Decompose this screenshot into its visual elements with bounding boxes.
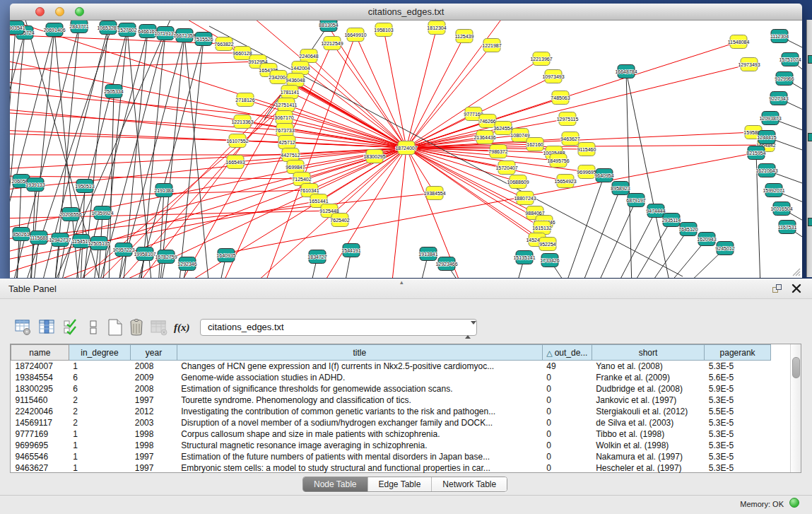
graph-node[interactable]: 2191384	[154, 184, 173, 197]
table-cell[interactable]: Estimation of significance thresholds fo…	[177, 383, 542, 395]
table-row[interactable]: 2242004622012Investigating the contribut…	[11, 406, 791, 417]
table-cell[interactable]: 0	[542, 417, 592, 428]
graph-node[interactable]: 952254	[539, 238, 556, 251]
graph-node[interactable]: 1903541	[10, 21, 25, 35]
graph-node[interactable]: 9474444	[646, 204, 665, 218]
table-cell[interactable]: 1	[69, 440, 131, 451]
row-height-icon[interactable]	[85, 318, 103, 337]
graph-node[interactable]: 15992071	[763, 184, 784, 197]
table-select-combobox[interactable]: citations_edges.txt	[200, 319, 477, 336]
graph-node[interactable]: 1665493	[225, 156, 245, 169]
table-cell[interactable]: 6	[69, 372, 131, 383]
table-cell[interactable]: 6	[69, 383, 131, 395]
table-cell[interactable]: 1998	[131, 440, 177, 451]
table-cell[interactable]: 0	[542, 440, 592, 451]
table-cell[interactable]: Franke et al. (2009)	[592, 372, 705, 383]
graph-node[interactable]: 7663822	[214, 37, 233, 51]
graph-node[interactable]: 7485063	[551, 91, 570, 105]
table-cell[interactable]: 1997	[131, 462, 177, 474]
graph-node[interactable]: 1834727	[307, 250, 326, 264]
graph-node[interactable]: 1781141	[281, 86, 300, 99]
table-cell[interactable]: 1	[69, 451, 131, 462]
table-cell[interactable]: 22420046	[11, 406, 69, 417]
graph-node[interactable]: 7625402	[330, 214, 349, 227]
graph-node[interactable]: 4427512	[281, 148, 300, 162]
table-cell[interactable]: 0	[542, 395, 592, 406]
graph-node[interactable]: 1913841	[418, 247, 437, 261]
table-cell[interactable]: 1	[69, 462, 131, 474]
graph-node[interactable]: 16649910	[344, 28, 366, 42]
table-cell[interactable]: de Silva et al. (2003)	[592, 417, 705, 428]
table-cell[interactable]: 19384554	[11, 372, 69, 383]
graph-node[interactable]: 9129966	[775, 72, 794, 86]
graph-node[interactable]: 1442004	[290, 62, 310, 75]
table-row[interactable]: 946554611997Estimation of the future num…	[11, 451, 791, 462]
tab-edge-table[interactable]: Edge Table	[367, 477, 432, 491]
graph-node[interactable]: 20206556	[59, 208, 81, 221]
table-cell[interactable]: Disruption of a novel member of a sodium…	[177, 417, 542, 428]
graph-node[interactable]: 1620943	[697, 233, 716, 246]
table-cell[interactable]: Dudbridge et al. (2008)	[592, 383, 705, 395]
graph-node[interactable]: 12923466	[435, 257, 457, 271]
memory-status-indicator[interactable]	[789, 498, 799, 508]
graph-node[interactable]: 10973493	[542, 70, 564, 83]
table-row[interactable]: 1938455462009Genome-wide association stu…	[11, 372, 791, 383]
graph-node[interactable]: 15720407	[495, 161, 517, 175]
graph-node[interactable]: 7645120	[678, 223, 698, 236]
table-row[interactable]: 969969511998Structural magnetic resonanc…	[11, 440, 791, 451]
graph-node[interactable]: 9436048	[286, 74, 305, 87]
graph-node[interactable]: 15751074	[779, 53, 801, 66]
graph-node[interactable]: 1939133	[25, 178, 45, 192]
graph-node[interactable]: 18724007	[395, 141, 417, 155]
graph-node[interactable]: 2240648	[299, 49, 318, 63]
column-header-name[interactable]: name	[11, 345, 69, 361]
graph-node[interactable]: 10653287	[97, 21, 119, 35]
table-cell[interactable]: 5.3E-5	[705, 395, 770, 406]
graph-node[interactable]: 9227343	[769, 92, 788, 105]
graph-node[interactable]: 9699847	[286, 160, 305, 174]
table-cell[interactable]: 5.3E-5	[705, 361, 770, 373]
graph-node[interactable]: 18300295	[363, 150, 385, 163]
graph-node[interactable]: 2935114	[662, 214, 681, 227]
table-scrollbar[interactable]	[790, 344, 801, 472]
graph-node[interactable]: 425712	[278, 136, 295, 149]
table-cell[interactable]: Tibbo et al. (1998)	[592, 428, 705, 440]
table-cell[interactable]: 2008	[131, 361, 177, 373]
graph-node[interactable]: 8215954	[746, 146, 765, 160]
graph-node[interactable]: 1544191	[341, 244, 360, 257]
graph-node[interactable]: 1615132	[532, 221, 551, 235]
column-header-title[interactable]: title	[177, 345, 542, 361]
table-cell[interactable]: Tourette syndrome. Phenomenology and cla…	[177, 395, 542, 406]
graph-node[interactable]: 18495756	[547, 154, 569, 168]
table-cell[interactable]: 2	[69, 417, 131, 428]
graph-node[interactable]: 15135141	[513, 251, 535, 264]
graph-node[interactable]: 1640935	[216, 249, 235, 262]
graph-node[interactable]: 19958107	[134, 247, 155, 261]
graph-node[interactable]: 162160	[526, 138, 543, 151]
table-cell[interactable]: Hescheler et al. (1997)	[592, 462, 705, 474]
table-cell[interactable]: 5.3E-5	[705, 428, 770, 440]
table-cell[interactable]: Wolkin et al. (1998)	[592, 440, 705, 451]
table-cell[interactable]: 49	[542, 361, 592, 373]
graph-node[interactable]: 20691406	[43, 23, 65, 37]
table-row[interactable]: 977716911998Corpus callosum shape and si…	[11, 428, 791, 440]
graph-node[interactable]: 7673733	[275, 124, 294, 137]
table-cell[interactable]: Estimation of the future numbers of pati…	[177, 451, 542, 462]
table-cell[interactable]: Structural magnetic resonance image aver…	[177, 440, 542, 451]
table-cell[interactable]: 5.9E-5	[705, 383, 770, 395]
table-cell[interactable]: 0	[542, 383, 592, 395]
graph-node[interactable]: 16210643	[755, 164, 777, 177]
table-cell[interactable]: Stergiakouli et al. (2012)	[592, 406, 705, 417]
function-builder-icon[interactable]: f(x)	[174, 318, 195, 337]
graph-node[interactable]: 2505334	[104, 85, 123, 98]
show-columns-icon[interactable]	[38, 318, 57, 337]
graph-node[interactable]: 9245012	[715, 242, 734, 255]
create-table-icon[interactable]	[106, 318, 124, 337]
table-cell[interactable]: Nakamura et al. (1997)	[592, 451, 705, 462]
table-cell[interactable]: Embryonic stem cells: a model to study s…	[177, 462, 542, 474]
column-header-short[interactable]: short	[592, 345, 705, 361]
table-cell[interactable]: 9115460	[11, 395, 69, 406]
graph-node[interactable]: 10688609	[507, 175, 529, 189]
table-cell[interactable]: 5.5E-5	[705, 406, 770, 417]
graph-node[interactable]: 1733426	[540, 254, 559, 267]
